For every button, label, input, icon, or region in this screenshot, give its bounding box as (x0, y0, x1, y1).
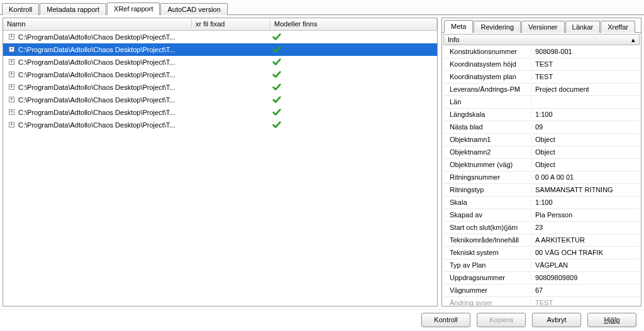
expand-icon[interactable]: + (9, 72, 14, 77)
tab-kontroll[interactable]: Kontroll (2, 3, 39, 15)
expand-icon[interactable]: + (9, 46, 14, 52)
list-item-path: C:\ProgramData\Adtollo\Chaos Desktop\Pro… (18, 121, 175, 129)
tab-lankar[interactable]: Länkar (565, 21, 601, 33)
tab-versioner[interactable]: Versioner (521, 21, 564, 33)
column-header-namn[interactable]: Namn (3, 19, 192, 29)
tab-autocad-version[interactable]: AutoCAD version (160, 3, 227, 15)
property-row[interactable]: Tekniskt system00 VÄG OCH TRAFIK (443, 247, 640, 259)
property-row[interactable]: Skapad avPia Persson (443, 209, 640, 222)
property-row[interactable]: Ändring avserTEST (443, 297, 640, 306)
property-row[interactable]: Längdskala1:100 (443, 109, 640, 121)
property-row[interactable]: Skala1:100 (443, 197, 640, 209)
table-row[interactable]: +C:\ProgramData\Adtollo\Chaos Desktop\Pr… (3, 56, 437, 68)
property-row[interactable]: Nästa blad09 (443, 121, 640, 134)
property-value[interactable]: Object (531, 148, 640, 156)
property-value[interactable]: 90809809809 (531, 274, 640, 281)
cell-modeller (270, 45, 437, 54)
property-value[interactable]: SAMMANSATT RITNING (531, 186, 640, 193)
property-key: Skapad av (443, 211, 531, 219)
cell-modeller (270, 121, 437, 129)
table-row[interactable]: +C:\ProgramData\Adtollo\Chaos Desktop\Pr… (3, 94, 437, 106)
property-value[interactable]: Object (531, 161, 640, 168)
property-value[interactable]: 09 (531, 123, 640, 131)
property-key: Konstruktionsnummer (443, 48, 531, 55)
tab-xref-rapport[interactable]: XRef rapport (107, 3, 160, 15)
property-key: Ritningsnummer (443, 173, 531, 181)
list-item-path: C:\ProgramData\Adtollo\Chaos Desktop\Pro… (18, 33, 175, 41)
table-row[interactable]: +C:\ProgramData\Adtollo\Chaos Desktop\Pr… (3, 106, 437, 119)
property-row[interactable]: RitningstypSAMMANSATT RITNING (443, 184, 640, 197)
property-value[interactable]: TEST (531, 299, 640, 305)
expand-icon[interactable]: + (9, 84, 14, 90)
property-value[interactable]: 1:100 (531, 198, 640, 206)
meta-body: Info ▴ Konstruktionsnummer908098-001Koor… (442, 33, 641, 306)
property-value[interactable]: 23 (531, 224, 640, 231)
cell-modeller (270, 70, 437, 79)
tab-revidering[interactable]: Revidering (474, 21, 521, 33)
property-key: Objektnummer (väg) (443, 161, 531, 168)
property-key: Tekniskt system (443, 249, 531, 256)
collapse-icon[interactable]: ▴ (631, 36, 635, 44)
property-row[interactable]: Typ av PlanVÄGPLAN (443, 259, 640, 272)
property-row[interactable]: Vägnummer67 (443, 285, 640, 297)
property-value[interactable]: 0 00 A 00 01 (531, 173, 640, 181)
property-row[interactable]: Objektnamn1Object (443, 134, 640, 146)
property-grid: Konstruktionsnummer908098-001Koordinatsy… (443, 46, 640, 306)
cell-modeller (270, 108, 437, 117)
property-row[interactable]: Teknikområde/InnehållA ARKITEKTUR (443, 234, 640, 247)
list-item-path: C:\ProgramData\Adtollo\Chaos Desktop\Pro… (18, 71, 175, 79)
property-row[interactable]: Objektnamn2Object (443, 146, 640, 159)
property-row[interactable]: Objektnummer (väg)Object (443, 159, 640, 171)
property-key: Nästa blad (443, 123, 531, 131)
property-value[interactable]: 908098-001 (531, 48, 640, 55)
property-row[interactable]: Ritningsnummer0 00 A 00 01 (443, 171, 640, 184)
table-row[interactable]: +C:\ProgramData\Adtollo\Chaos Desktop\Pr… (3, 68, 437, 81)
property-row[interactable]: Län (443, 96, 640, 109)
list-item-path: C:\ProgramData\Adtollo\Chaos Desktop\Pro… (18, 109, 175, 116)
property-row[interactable]: Start och slut(km)(järn23 (443, 222, 640, 234)
column-header-xr[interactable]: xr fil fixad (192, 19, 270, 29)
property-key: Objektnamn2 (443, 148, 531, 156)
property-value[interactable]: 67 (531, 286, 640, 294)
property-value[interactable]: 00 VÄG OCH TRAFIK (531, 249, 640, 256)
property-value[interactable]: 1:100 (531, 111, 640, 118)
property-row[interactable]: Koordinatsystem höjdTEST (443, 58, 640, 71)
property-value[interactable]: Pia Persson (531, 211, 640, 219)
avbryt-button[interactable]: Avbryt (532, 313, 581, 327)
list-item-path: C:\ProgramData\Adtollo\Chaos Desktop\Pro… (18, 46, 175, 53)
expand-icon[interactable]: + (9, 97, 14, 102)
property-value[interactable]: TEST (531, 73, 640, 80)
column-header-modeller[interactable]: Modeller finns (270, 19, 437, 29)
main-tabstrip: Kontroll Metadata rapport XRef rapport A… (0, 0, 644, 15)
property-value[interactable]: A ARKITEKTUR (531, 236, 640, 244)
property-key: Objektnamn1 (443, 136, 531, 143)
table-row[interactable]: +C:\ProgramData\Adtollo\Chaos Desktop\Pr… (3, 31, 437, 43)
tab-xreffar[interactable]: Xreffar (601, 21, 635, 33)
property-row[interactable]: Koordinatsystem planTEST (443, 71, 640, 84)
kopiera-button: Kopiera (477, 313, 526, 327)
expand-icon[interactable]: + (9, 34, 14, 40)
property-key: Start och slut(km)(järn (443, 224, 531, 231)
expand-icon[interactable]: + (9, 122, 14, 128)
property-key: Typ av Plan (443, 261, 531, 269)
tab-meta[interactable]: Meta (444, 20, 473, 33)
kontroll-button[interactable]: Kontroll (421, 313, 470, 327)
property-value[interactable]: Object (531, 136, 640, 143)
hjalp-button[interactable]: Hjälp (587, 313, 636, 327)
table-row[interactable]: +C:\ProgramData\Adtollo\Chaos Desktop\Pr… (3, 81, 437, 94)
cell-modeller (270, 58, 437, 67)
table-row[interactable]: +C:\ProgramData\Adtollo\Chaos Desktop\Pr… (3, 43, 437, 56)
tab-metadata-rapport[interactable]: Metadata rapport (40, 3, 106, 15)
info-header[interactable]: Info ▴ (443, 34, 640, 45)
table-row[interactable]: +C:\ProgramData\Adtollo\Chaos Desktop\Pr… (3, 119, 437, 131)
list-item-path: C:\ProgramData\Adtollo\Chaos Desktop\Pro… (18, 96, 175, 104)
property-value[interactable]: VÄGPLAN (531, 261, 640, 269)
expand-icon[interactable]: + (9, 59, 14, 65)
property-value[interactable]: TEST (531, 60, 640, 68)
property-row[interactable]: Konstruktionsnummer908098-001 (443, 46, 640, 58)
property-key: Uppdragsnummer (443, 274, 531, 281)
expand-icon[interactable]: + (9, 109, 14, 115)
property-row[interactable]: Leverans/Ändrings-PMProject document (443, 84, 640, 96)
property-row[interactable]: Uppdragsnummer90809809809 (443, 272, 640, 285)
property-value[interactable]: Project document (531, 85, 640, 93)
